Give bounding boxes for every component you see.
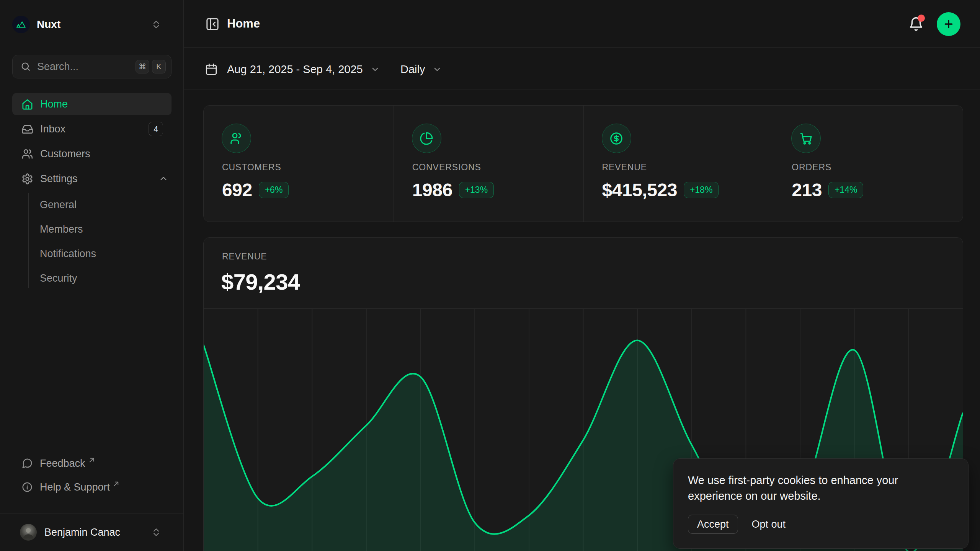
feedback-label: Feedback [40, 458, 85, 469]
avatar [20, 524, 37, 541]
user-menu[interactable]: Benjamin Canac [12, 521, 172, 543]
date-range-picker[interactable]: Aug 21, 2025 - Sep 4, 2025 [205, 61, 381, 77]
help-support-label: Help & Support [40, 481, 110, 493]
revenue-chart-label: REVENUE [222, 251, 267, 262]
chevron-up-icon [158, 174, 168, 184]
team-switcher[interactable]: Nuxt [12, 15, 172, 34]
workspace-name: Nuxt [37, 18, 60, 31]
nuxt-logo-icon [12, 16, 30, 33]
sidebar: Nuxt Search... ⌘ K [0, 0, 184, 551]
filter-bar: Aug 21, 2025 - Sep 4, 2025 Daily [184, 48, 980, 90]
chevron-down-icon [370, 64, 381, 75]
search-placeholder: Search... [37, 61, 136, 73]
calendar-icon [205, 63, 218, 76]
sidebar-item-label: Settings [40, 173, 78, 185]
opt-out-button[interactable]: Opt out [752, 518, 786, 530]
stat-card-orders: ORDERS 213 +14% [773, 106, 963, 222]
pie-chart-icon [412, 124, 441, 153]
chevrons-up-down-icon [151, 527, 162, 538]
settings-subnav: General Members Notifications Security [28, 192, 172, 290]
stat-value: 213 [792, 179, 822, 201]
external-link-icon [113, 480, 120, 487]
user-name: Benjamin Canac [44, 527, 120, 538]
stat-delta-badge: +6% [259, 182, 289, 198]
stat-value: 692 [222, 179, 252, 201]
sidebar-item-inbox[interactable]: Inbox 4 [12, 118, 172, 140]
sidebar-item-settings[interactable]: Settings [12, 168, 172, 190]
sidebar-item-notifications[interactable]: Notifications [40, 241, 172, 266]
search-shortcut: ⌘ K [136, 60, 166, 73]
sidebar-item-label: Customers [40, 148, 90, 160]
revenue-chart-value: $79,234 [221, 269, 300, 295]
stat-delta-badge: +13% [459, 182, 494, 198]
kbd-k: K [152, 60, 166, 73]
notifications-bell-button[interactable] [908, 15, 924, 32]
stat-label: CONVERSIONS [412, 162, 481, 173]
stat-card-customers: CUSTOMERS 692 +6% [204, 106, 394, 222]
sidebar-footer: Feedback Help & Support [12, 454, 172, 501]
sidebar-item-customers[interactable]: Customers [12, 143, 172, 165]
stat-delta-badge: +18% [684, 182, 719, 198]
collapse-sidebar-button[interactable] [205, 16, 220, 32]
users-icon [222, 124, 251, 153]
stat-label: REVENUE [602, 162, 647, 173]
page-title: Home [227, 17, 260, 31]
sidebar-item-label: Notifications [40, 248, 96, 260]
sidebar-item-label: General [40, 199, 77, 211]
home-icon [21, 98, 33, 110]
topbar: Home [184, 0, 980, 48]
chevron-down-icon [432, 64, 443, 75]
stat-card-conversions: CONVERSIONS 1986 +13% [394, 106, 583, 222]
sidebar-item-label: Inbox [40, 123, 65, 135]
stat-card-revenue: REVENUE $415,523 +18% [583, 106, 773, 222]
plus-icon [942, 18, 955, 30]
sidebar-item-general[interactable]: General [40, 192, 172, 217]
message-bubble-icon [21, 458, 33, 469]
sidebar-item-label: Members [40, 223, 83, 235]
stats-row: CUSTOMERS 692 +6% CONVERSIONS 1986 +13% [203, 105, 963, 222]
sidebar-item-label: Security [40, 272, 77, 284]
sidebar-item-home[interactable]: Home [12, 93, 172, 115]
sidebar-divider [0, 514, 184, 514]
cookie-message: We use first-party cookies to enhance yo… [688, 473, 918, 504]
stat-delta-badge: +14% [828, 182, 863, 198]
cookie-banner: We use first-party cookies to enhance yo… [673, 458, 969, 549]
stat-value: $415,523 [602, 179, 677, 201]
search-icon [20, 61, 31, 72]
inbox-icon [21, 123, 33, 135]
info-circle-icon [21, 481, 33, 493]
stat-value: 1986 [412, 179, 452, 201]
cookie-actions: Accept Opt out [688, 515, 954, 534]
stat-label: CUSTOMERS [222, 162, 281, 173]
inbox-count-badge: 4 [149, 122, 163, 136]
add-button[interactable] [937, 12, 960, 36]
external-link-icon [88, 456, 95, 464]
users-icon [21, 148, 33, 160]
shopping-cart-icon [791, 124, 821, 153]
gear-icon [21, 173, 33, 185]
sidebar-nav: Home Inbox 4 [12, 93, 172, 290]
sidebar-item-members[interactable]: Members [40, 217, 172, 241]
search-input[interactable]: Search... ⌘ K [12, 55, 172, 78]
kbd-cmd: ⌘ [136, 60, 149, 73]
date-range-value: Aug 21, 2025 - Sep 4, 2025 [227, 63, 363, 76]
notification-dot [918, 15, 925, 22]
sidebar-item-label: Home [40, 98, 68, 110]
dollar-circle-icon [602, 124, 631, 153]
granularity-select[interactable]: Daily [400, 61, 443, 77]
chevrons-up-down-icon [151, 19, 162, 30]
stat-label: ORDERS [792, 162, 831, 173]
accept-button[interactable]: Accept [688, 515, 738, 534]
help-support-link[interactable]: Help & Support [12, 478, 172, 497]
sidebar-item-security[interactable]: Security [40, 266, 172, 290]
feedback-link[interactable]: Feedback [12, 454, 172, 473]
granularity-value: Daily [400, 63, 425, 76]
app-root: Nuxt Search... ⌘ K [0, 0, 980, 551]
